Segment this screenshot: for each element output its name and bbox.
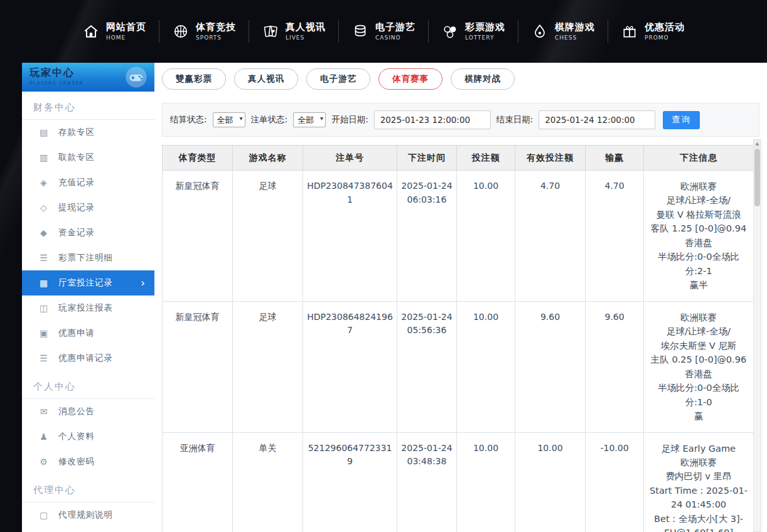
recharge-icon: ◈ [38, 178, 50, 188]
gamepad-icon [123, 64, 149, 93]
nav-casino[interactable]: 电子游艺CASINO [339, 21, 428, 41]
left-decoration-strip [0, 63, 22, 532]
nav-lives[interactable]: 真人视讯LIVES [249, 21, 338, 41]
start-date-label: 开始日期: [331, 114, 368, 125]
tab-shuangying-lottery[interactable]: 雙赢彩票 [162, 68, 226, 90]
players-center-banner: 玩家中心 PLAYERS CENTER [22, 63, 154, 92]
nav-promo[interactable]: 优惠活动PROMO [608, 21, 697, 41]
cell-order-no: HDP2308473876041 [303, 171, 397, 302]
table-row: 新皇冠体育 足球 HDP2308648241967 2025-01-24 05:… [163, 301, 754, 432]
cell-sport-type: 亚洲体育 [163, 432, 233, 532]
top-nav: 网站首页HOME 体育竞技SPORTS 真人视讯LIVES 电子游艺CASINO… [0, 0, 767, 63]
sidebar-item-funds-records[interactable]: ◆资金记录 [22, 220, 154, 245]
cell-bet-info: 欧洲联赛 足球/让球-全场/ 埃尔夫斯堡 V 尼斯 主队 0.25 [0-0]@… [644, 301, 754, 432]
table-row: 亚洲体育 单关 5212960647723319 2025-01-24 03:4… [163, 432, 754, 532]
cell-order-no: 5212960647723319 [303, 432, 397, 532]
order-status-select[interactable]: 全部 [293, 112, 326, 127]
cell-bet-info: 足球 Early Game 欧洲联赛 费内巴切 v 里昂 Start Time：… [644, 432, 754, 532]
nav-chess[interactable]: 棋牌游戏CHESS [518, 21, 608, 41]
order-status-label: 注单状态: [251, 114, 288, 125]
sidebar-item-withdraw[interactable]: ▥取款专区 [22, 145, 154, 170]
ticket-icon: ▣ [38, 328, 50, 338]
category-tabs: 雙赢彩票 真人视讯 电子游艺 体育赛事 棋牌对战 [162, 68, 767, 90]
person-icon: ♟ [38, 432, 50, 442]
cell-bet-amount: 10.00 [457, 171, 515, 302]
cash-icon: ▥ [38, 152, 50, 162]
cell-game-name: 足球 [233, 171, 303, 302]
gear-icon: ⚙ [38, 457, 50, 467]
sidebar-item-deposit[interactable]: ▤存款专区 [22, 120, 154, 145]
tab-chess-battle[interactable]: 棋牌对战 [451, 68, 515, 90]
bet-records-table: 体育类型 游戏名称 注单号 下注时间 投注额 有效投注额 输赢 下注信息 新皇冠… [162, 145, 754, 532]
nav-lottery[interactable]: 彩票游戏LOTTERY [429, 21, 518, 41]
main-content: 雙赢彩票 真人视讯 电子游艺 体育赛事 棋牌对战 结算状态: 全部 注单状态: … [154, 63, 767, 532]
sidebar-item-promo-apply-records[interactable]: ☰优惠申请记录 [22, 346, 154, 371]
nav-home[interactable]: 网站首页HOME [70, 21, 159, 41]
bell-icon: ✉ [38, 407, 50, 417]
chess-drop-icon [531, 23, 549, 40]
end-date-label: 结束日期: [496, 114, 534, 125]
sidebar-item-agent-rules[interactable]: ▢代理规则说明 [22, 503, 154, 528]
home-icon [82, 23, 100, 40]
cell-win-loss: -10.00 [586, 432, 644, 532]
cell-bet-time: 2025-01-24 05:56:36 [397, 301, 457, 432]
scrollbar-thumb[interactable] [754, 149, 760, 206]
settle-status-select-wrap: 全部 [213, 112, 245, 127]
cell-order-no: HDP2308648241967 [303, 301, 397, 432]
vertical-scrollbar[interactable]: ▲ [753, 139, 761, 532]
tab-electronic-games[interactable]: 电子游艺 [306, 68, 370, 90]
cell-win-loss: 4.70 [586, 171, 644, 302]
order-status-select-wrap: 全部 [293, 112, 326, 127]
start-date-input[interactable] [374, 110, 491, 129]
settle-status-select[interactable]: 全部 [213, 112, 245, 127]
cell-valid-amount: 4.70 [515, 171, 586, 302]
section-finance: 财务中心 [22, 92, 154, 120]
cell-sport-type: 新皇冠体育 [163, 171, 233, 302]
sidebar-item-hall-bet-records[interactable]: ▦厅室投注记录› [22, 270, 154, 295]
nav-sports[interactable]: 体育竞技SPORTS [159, 21, 249, 41]
cell-win-loss: 9.60 [586, 301, 644, 432]
cell-valid-amount: 10.00 [515, 432, 586, 532]
end-date-input[interactable] [539, 110, 655, 129]
sidebar-item-messages[interactable]: ✉消息公告 [22, 399, 154, 424]
scroll-up-arrow[interactable]: ▲ [754, 140, 761, 148]
tab-sports-events[interactable]: 体育赛事 [378, 68, 442, 90]
col-order-no: 注单号 [303, 146, 397, 171]
cell-bet-time: 2025-01-24 03:48:38 [397, 432, 457, 532]
col-bet-info: 下注信息 [644, 146, 754, 171]
cell-game-name: 足球 [233, 301, 303, 432]
table-header-row: 体育类型 游戏名称 注单号 下注时间 投注额 有效投注额 输赢 下注信息 [163, 146, 754, 171]
cell-bet-info: 欧洲联赛 足球/让球-全场/ 曼联 V 格拉斯哥流浪 客队 1.25 [0-0]… [644, 171, 754, 302]
records-list-icon: ☰ [38, 353, 50, 363]
col-valid-amount: 有效投注额 [515, 146, 586, 171]
cell-bet-amount: 10.00 [457, 432, 515, 532]
table-row: 新皇冠体育 足球 HDP2308473876041 2025-01-24 06:… [163, 171, 754, 302]
report-chart-icon: ◫ [38, 303, 50, 313]
filter-bar: 结算状态: 全部 注单状态: 全部 开始日期: 结束日期: 查询 [162, 103, 759, 137]
coins-icon [351, 23, 369, 40]
col-bet-time: 下注时间 [397, 146, 457, 171]
chevron-right-icon: › [141, 278, 146, 289]
cards-icon [262, 23, 279, 40]
sidebar-item-recharge-records[interactable]: ◈充值记录 [22, 170, 154, 195]
tab-live-video[interactable]: 真人视讯 [234, 68, 298, 90]
sidebar-item-promo-apply[interactable]: ▣优惠申请 [22, 321, 154, 346]
basketball-icon [172, 23, 190, 40]
document-lines-icon: ☰ [38, 253, 50, 263]
section-agent: 代理中心 [22, 474, 154, 503]
sidebar-item-lottery-bet-details[interactable]: ☰彩票下注明细 [22, 245, 154, 270]
moneybag-icon: ◆ [38, 228, 50, 238]
sidebar-item-player-bet-report[interactable]: ◫玩家投注报表 [22, 295, 154, 321]
cell-bet-time: 2025-01-24 06:03:16 [397, 171, 457, 302]
sidebar: 玩家中心 PLAYERS CENTER 财务中心 ▤存款专区 ▥取款专区 ◈充值… [22, 63, 154, 532]
settle-status-label: 结算状态: [170, 114, 207, 125]
sidebar-item-withdrawal-records[interactable]: ◇提现记录 [22, 195, 154, 220]
sidebar-item-profile[interactable]: ♟个人资料 [22, 424, 154, 449]
sidebar-item-change-password[interactable]: ⚙修改密码 [22, 449, 154, 474]
cell-valid-amount: 9.60 [515, 301, 586, 432]
document-icon: ▢ [38, 510, 50, 520]
search-button[interactable]: 查询 [663, 111, 700, 129]
lottery-balls-icon [441, 23, 459, 40]
col-game-name: 游戏名称 [233, 146, 303, 171]
cell-game-name: 单关 [233, 432, 303, 532]
